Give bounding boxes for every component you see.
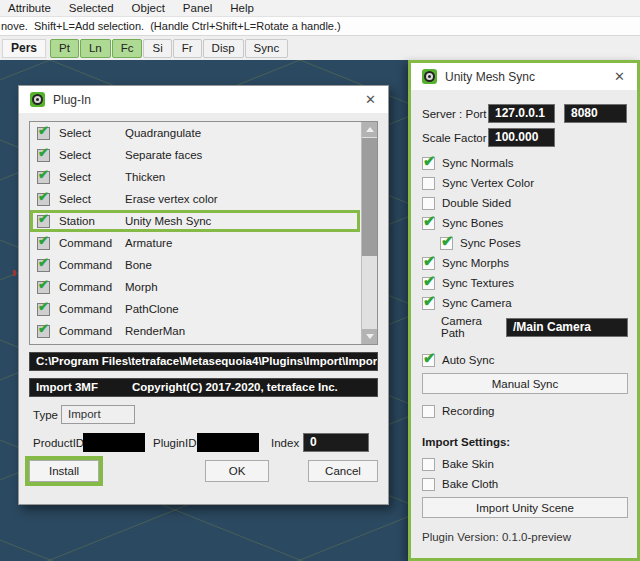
plugin-list-item[interactable]: Select Erase vertex color: [30, 188, 360, 210]
plugin-list-item[interactable]: Select Thicken: [30, 166, 360, 188]
sync-option-row[interactable]: Sync Vertex Color: [422, 173, 628, 193]
plugin-enabled-check-icon[interactable]: [37, 259, 50, 272]
plugin-enabled-check-icon[interactable]: [37, 127, 50, 140]
plugin-list-item[interactable]: Station Unity Mesh Sync: [30, 210, 360, 232]
sync-option-row[interactable]: Sync Textures: [422, 273, 628, 293]
menu-item[interactable]: Attribute: [8, 2, 51, 14]
checkbox[interactable]: [422, 405, 435, 418]
sync-option-row[interactable]: Sync Bones: [422, 213, 628, 233]
checkbox[interactable]: [422, 297, 435, 310]
plugin-name-label: Morph: [125, 281, 158, 293]
checkbox[interactable]: [422, 478, 435, 491]
checkbox[interactable]: [422, 458, 435, 471]
menu-bar: Attribute Selected Object Panel Help: [0, 0, 640, 17]
sync-option-label: Sync Vertex Color: [442, 177, 534, 189]
product-id-field: [83, 433, 145, 452]
checkbox[interactable]: [422, 217, 435, 230]
plugin-list-item[interactable]: Command Armature: [30, 232, 360, 254]
plugin-enabled-check-icon[interactable]: [37, 237, 50, 250]
sync-option-row[interactable]: Sync Camera: [422, 293, 628, 313]
close-icon[interactable]: ✕: [353, 92, 388, 107]
scroll-up-icon[interactable]: [362, 122, 378, 137]
sync-option-row[interactable]: Sync Normals: [422, 153, 628, 173]
toolbar-button[interactable]: Ln: [80, 39, 111, 58]
scrollbar-thumb[interactable]: [362, 138, 378, 256]
toolbar-button[interactable]: Fc: [112, 39, 143, 58]
index-label: Index: [271, 437, 301, 449]
toolbar-button[interactable]: Pt: [50, 39, 79, 58]
sync-option-label: Sync Bones: [442, 217, 503, 229]
plugin-name-label: RenderMan: [125, 325, 185, 337]
bake-cloth-row[interactable]: Bake Cloth: [422, 474, 628, 494]
plugin-list-item[interactable]: Command Morph: [30, 276, 360, 298]
checkbox[interactable]: [440, 237, 453, 250]
install-button[interactable]: Install: [29, 460, 99, 482]
product-id-label: ProductID: [29, 437, 83, 449]
perspective-mode-label[interactable]: Pers: [2, 39, 46, 58]
plugin-enabled-check-icon[interactable]: [37, 325, 50, 338]
plugin-type-label: Select: [59, 149, 111, 161]
plugin-list-item[interactable]: Command Bone: [30, 254, 360, 276]
ok-button[interactable]: OK: [205, 460, 269, 482]
toolbar-button[interactable]: Disp: [203, 39, 244, 58]
plugin-enabled-check-icon[interactable]: [37, 303, 50, 316]
import-unity-scene-button[interactable]: Import Unity Scene: [422, 497, 628, 518]
plugin-list-item[interactable]: Select Separate faces: [30, 144, 360, 166]
menu-item[interactable]: Help: [230, 2, 254, 14]
plugin-info-name: Import 3MF: [36, 379, 132, 396]
import-settings-heading: Import Settings:: [422, 436, 628, 448]
plugin-dialog-titlebar[interactable]: Plug-In ✕: [19, 86, 388, 113]
recording-label: Recording: [442, 405, 494, 417]
menu-item[interactable]: Selected: [69, 2, 114, 14]
menu-item[interactable]: Object: [132, 2, 165, 14]
close-icon[interactable]: ✕: [602, 69, 637, 84]
plugin-enabled-check-icon[interactable]: [37, 149, 50, 162]
checkbox[interactable]: [422, 197, 435, 210]
sync-option-row[interactable]: Sync Poses: [422, 233, 628, 253]
cancel-button[interactable]: Cancel: [308, 460, 378, 482]
checkbox[interactable]: [422, 354, 435, 367]
plugin-enabled-check-icon[interactable]: [37, 193, 50, 206]
menu-item[interactable]: Panel: [183, 2, 212, 14]
plugin-type-label: Select: [59, 171, 111, 183]
bake-cloth-label: Bake Cloth: [442, 478, 498, 490]
auto-sync-row[interactable]: Auto Sync: [422, 350, 628, 370]
server-field[interactable]: 127.0.0.1: [488, 104, 555, 123]
index-value-field: 0: [303, 433, 369, 452]
toolbar-button[interactable]: Fr: [173, 39, 202, 58]
checkbox[interactable]: [422, 277, 435, 290]
sync-panel-titlebar[interactable]: Unity Mesh Sync ✕: [411, 63, 637, 90]
bake-skin-row[interactable]: Bake Skin: [422, 454, 628, 474]
scroll-down-icon[interactable]: [362, 329, 378, 344]
sync-option-row[interactable]: Sync Morphs: [422, 253, 628, 273]
recording-row[interactable]: Recording: [422, 401, 628, 421]
scale-factor-field[interactable]: 100.000: [488, 128, 555, 147]
sync-option-row[interactable]: Double Sided: [422, 193, 628, 213]
unity-mesh-sync-panel: Unity Mesh Sync ✕ Server : Port 127.0.0.…: [408, 60, 640, 561]
metasequoia-app-icon: [422, 69, 437, 84]
camera-path-field[interactable]: /Main Camera: [506, 318, 628, 337]
sync-option-label: Sync Poses: [460, 237, 521, 249]
status-hint-bar: nove. Shift+L=Add selection. (Handle Ctr…: [0, 17, 640, 36]
plugin-name-label: PathClone: [125, 303, 179, 315]
toolbar-button[interactable]: Sync: [245, 39, 289, 58]
checkbox[interactable]: [422, 157, 435, 170]
manual-sync-button[interactable]: Manual Sync: [422, 373, 628, 394]
plugin-type-label: Command: [59, 237, 111, 249]
checkbox[interactable]: [422, 257, 435, 270]
sync-panel-title: Unity Mesh Sync: [445, 70, 535, 84]
toolbar-button[interactable]: Si: [143, 39, 171, 58]
type-label: Type: [29, 409, 61, 421]
plugin-enabled-check-icon[interactable]: [37, 281, 50, 294]
checkbox[interactable]: [422, 177, 435, 190]
plugin-info-copyright: Copyright(C) 2017-2020, tetraface Inc.: [132, 379, 338, 396]
plugin-enabled-check-icon[interactable]: [37, 215, 50, 228]
plugin-list-item[interactable]: Command RenderMan: [30, 320, 360, 342]
plugin-enabled-check-icon[interactable]: [37, 171, 50, 184]
plugin-list-item[interactable]: Select Quadrangulate: [30, 122, 360, 144]
plugin-list-scrollbar[interactable]: [361, 122, 377, 344]
plugin-dialog: Plug-In ✕ Select Quadrangulate Select Se…: [18, 85, 389, 505]
port-field[interactable]: 8080: [564, 104, 627, 123]
plugin-type-label: Select: [59, 193, 111, 205]
plugin-list-item[interactable]: Command PathClone: [30, 298, 360, 320]
